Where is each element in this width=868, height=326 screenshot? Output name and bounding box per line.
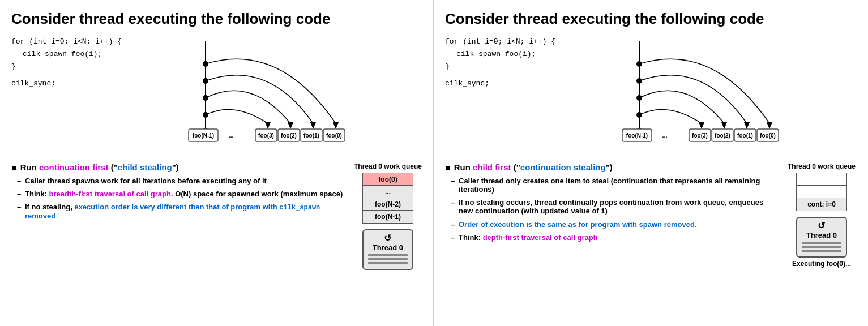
svg-marker-30 [699,122,704,129]
panel2-queue-section: Thread 0 work queue cont: i=0 ↺ Thread 0… [788,162,856,268]
svg-text:foo(3): foo(3) [258,132,274,139]
panel2-queue-title: Thread 0 work queue [788,162,856,170]
thread-line-2-1 [802,242,841,244]
panel1-work-queue: foo(0) ... foo(N-2) foo(N-1) [362,173,413,224]
panel-2: Consider thread executing the following … [434,0,867,326]
svg-marker-7 [310,122,316,129]
panel1-dag: foo(N-1) ... foo(3) foo(2) foo(1) foo(0) [189,36,364,155]
panel2-thread-label: ↺ Thread 0 [798,220,845,239]
panel1-thread-label: ↺ Thread 0 [365,233,411,252]
code-line-1b: for (int i=0; i<N; i++) { [445,36,558,48]
panel2-work-queue: cont: i=0 [796,173,847,211]
svg-text:...: ... [662,132,667,139]
sub-bullet-2-4-text: Think: depth-first traversal of call gra… [459,233,598,242]
svg-marker-28 [744,122,750,129]
sub-bullet-2: Think: breadth-first traversal of call g… [17,190,345,198]
panel1-code: for (int i=0; i<N; i++) { cilk_spawn foo… [11,36,125,155]
panel2-main-bullet-text: Run child first ("continuation stealing"… [454,162,613,172]
code-line-3: } [11,61,125,73]
sub-bullet-1-text: Caller thread spawns work for all iterat… [25,177,267,185]
purple-text-3: child first [473,162,511,172]
sub-bullet-2-2-text: If no stealing occurs, thread continuall… [459,198,763,215]
panel2-code: for (int i=0; i<N; i++) { cilk_spawn foo… [445,36,558,155]
thread-lines-2 [798,242,845,254]
thread-lines-1 [365,254,411,267]
panel1-diagram: foo(N-1) ... foo(3) foo(2) foo(1) foo(0) [130,36,422,155]
queue-cell-2: ... [363,186,413,198]
sub-bullet-2-3: Order of execution is the same as for pr… [451,220,779,229]
sub-bullet-2-2: If no stealing occurs, thread continuall… [451,198,779,216]
sub-bullet-3-text: If no stealing, execution order is very … [25,203,320,220]
code-line-4b: cilk_sync; [445,78,558,90]
svg-text:foo(2): foo(2) [281,132,297,139]
svg-marker-27 [767,122,772,129]
blue-text-3: continuation stealing [520,162,606,172]
panel1-sub-bullets: Caller thread spawns work for all iterat… [11,177,345,220]
panel2-main-bullet: ■ Run child first ("continuation stealin… [445,162,779,173]
svg-marker-9 [265,122,271,129]
code-line-1: for (int i=0; i<N; i++) { [11,36,125,48]
svg-marker-6 [333,122,339,129]
panel1-main-bullet-text: Run continuation first ("child stealing"… [20,162,179,172]
code-line-4: cilk_sync; [11,78,125,90]
thread-line-2-2 [802,246,841,248]
panel2-diagram: foo(N-1) ... foo(3) foo(2) foo(1) foo(0) [564,36,856,155]
thread-line-2-3 [802,250,841,252]
thread-line-1 [368,254,408,256]
sub-bullet-1: Caller thread spawns work for all iterat… [17,177,345,185]
panel2-top: for (int i=0; i<N; i++) { cilk_spawn foo… [445,36,856,155]
sub-bullet-2-text: Think: breadth-first traversal of call g… [25,190,343,198]
purple-text-2: breadth-first traversal of call graph. [49,190,173,198]
sub-bullet-2-1-text: Caller thread only creates one item to s… [459,177,760,194]
panel2-thread-box: ↺ Thread 0 [796,217,847,258]
svg-marker-29 [721,122,727,129]
sub-bullet-2-1: Caller thread only creates one item to s… [451,177,779,194]
executing-label: Executing foo(0)... [792,260,851,268]
queue-cell-2-1 [797,173,846,186]
svg-text:foo(0): foo(0) [760,132,776,139]
sub-bullet-3: If no stealing, execution order is very … [17,203,345,220]
panel1-thread-box: ↺ Thread 0 [362,229,413,270]
panel1-bottom: ■ Run continuation first ("child stealin… [11,162,422,270]
panel2-sub-bullets: Caller thread only creates one item to s… [445,177,779,242]
panel1-main-bullet: ■ Run continuation first ("child stealin… [11,162,345,173]
queue-cell-2-2 [797,186,846,198]
panel2-bottom: ■ Run child first ("continuation stealin… [445,162,856,268]
svg-text:foo(3): foo(3) [692,132,708,139]
svg-text:foo(1): foo(1) [737,132,753,139]
bullet-square: ■ [11,163,17,173]
panel1-bullets: ■ Run continuation first ("child stealin… [11,162,345,270]
panel1-queue-title: Thread 0 work queue [354,162,422,170]
blue-text-4: Order of execution is the same as for pr… [459,220,696,229]
code-line-2: cilk_spawn foo(i); [23,48,125,61]
queue-cell-4: foo(N-1) [363,211,413,223]
purple-text-1: continuation first [39,162,109,172]
purple-text-4: depth-first traversal of call graph [483,233,598,242]
blue-text-2: execution order is very different than t… [25,203,320,220]
panel2-bullets: ■ Run child first ("continuation stealin… [445,162,779,268]
bullet-square-2: ■ [445,163,451,173]
panel2-dag: foo(N-1) ... foo(3) foo(2) foo(1) foo(0) [622,36,798,155]
panel-1: Consider thread executing the following … [0,0,434,326]
panel1-queue-section: Thread 0 work queue foo(0) ... foo(N-2) … [354,162,422,270]
svg-text:foo(N-1): foo(N-1) [192,132,213,139]
svg-text:foo(2): foo(2) [715,132,730,139]
panel1-title: Consider thread executing the following … [11,10,422,28]
blue-text-1: child stealing [118,162,172,172]
svg-text:foo(0): foo(0) [326,132,342,139]
code-line-3b: } [445,61,558,73]
thread-line-3 [368,262,408,264]
panel1-top: for (int i=0; i<N; i++) { cilk_spawn foo… [11,36,422,155]
code-line-2b: cilk_spawn foo(i); [456,48,558,61]
svg-marker-8 [288,122,293,129]
sub-bullet-2-4: Think: depth-first traversal of call gra… [451,233,779,242]
queue-cell-2-3: cont: i=0 [797,198,846,211]
svg-text:foo(1): foo(1) [303,132,319,139]
svg-text:...: ... [228,132,233,139]
queue-cell-1: foo(0) [363,173,413,186]
panel2-title: Consider thread executing the following … [445,10,856,28]
thread-line-2 [368,258,408,260]
svg-text:foo(N-1): foo(N-1) [626,132,647,139]
queue-cell-3: foo(N-2) [363,198,413,211]
